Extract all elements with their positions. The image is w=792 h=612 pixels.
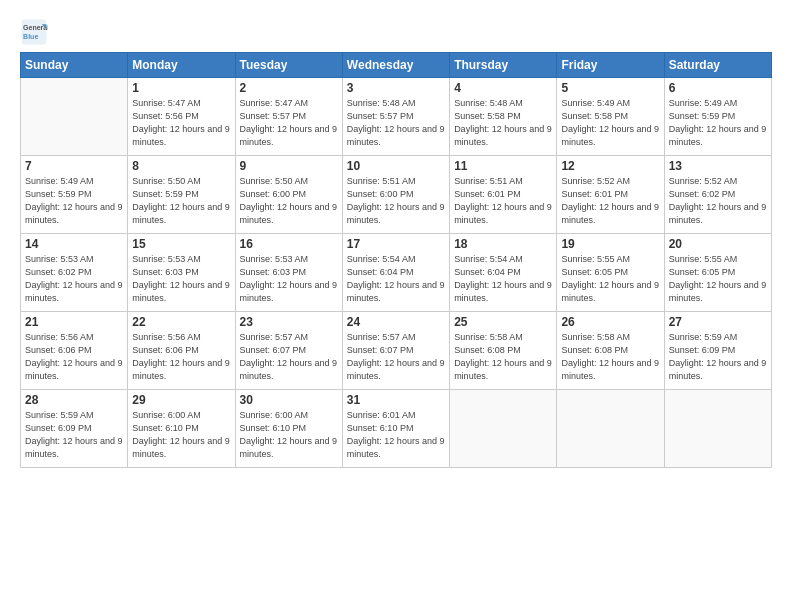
calendar-cell: 26Sunrise: 5:58 AMSunset: 6:08 PMDayligh… [557, 312, 664, 390]
calendar-cell: 15Sunrise: 5:53 AMSunset: 6:03 PMDayligh… [128, 234, 235, 312]
week-row-5: 28Sunrise: 5:59 AMSunset: 6:09 PMDayligh… [21, 390, 772, 468]
day-header-tuesday: Tuesday [235, 53, 342, 78]
day-number: 21 [25, 315, 123, 329]
day-number: 18 [454, 237, 552, 251]
day-info: Sunrise: 5:52 AMSunset: 6:01 PMDaylight:… [561, 175, 659, 227]
day-info: Sunrise: 5:47 AMSunset: 5:56 PMDaylight:… [132, 97, 230, 149]
calendar-cell: 24Sunrise: 5:57 AMSunset: 6:07 PMDayligh… [342, 312, 449, 390]
day-info: Sunrise: 5:53 AMSunset: 6:02 PMDaylight:… [25, 253, 123, 305]
day-number: 27 [669, 315, 767, 329]
day-info: Sunrise: 5:55 AMSunset: 6:05 PMDaylight:… [669, 253, 767, 305]
week-row-2: 7Sunrise: 5:49 AMSunset: 5:59 PMDaylight… [21, 156, 772, 234]
calendar-cell: 25Sunrise: 5:58 AMSunset: 6:08 PMDayligh… [450, 312, 557, 390]
day-info: Sunrise: 6:01 AMSunset: 6:10 PMDaylight:… [347, 409, 445, 461]
day-number: 11 [454, 159, 552, 173]
calendar-cell: 9Sunrise: 5:50 AMSunset: 6:00 PMDaylight… [235, 156, 342, 234]
calendar-cell: 4Sunrise: 5:48 AMSunset: 5:58 PMDaylight… [450, 78, 557, 156]
calendar-cell: 10Sunrise: 5:51 AMSunset: 6:00 PMDayligh… [342, 156, 449, 234]
day-info: Sunrise: 5:57 AMSunset: 6:07 PMDaylight:… [240, 331, 338, 383]
week-row-1: 1Sunrise: 5:47 AMSunset: 5:56 PMDaylight… [21, 78, 772, 156]
day-header-friday: Friday [557, 53, 664, 78]
calendar-cell: 3Sunrise: 5:48 AMSunset: 5:57 PMDaylight… [342, 78, 449, 156]
calendar-cell: 30Sunrise: 6:00 AMSunset: 6:10 PMDayligh… [235, 390, 342, 468]
day-number: 19 [561, 237, 659, 251]
calendar-cell: 21Sunrise: 5:56 AMSunset: 6:06 PMDayligh… [21, 312, 128, 390]
day-info: Sunrise: 5:51 AMSunset: 6:00 PMDaylight:… [347, 175, 445, 227]
day-info: Sunrise: 5:58 AMSunset: 6:08 PMDaylight:… [454, 331, 552, 383]
page: General Blue SundayMondayTuesdayWednesda… [0, 0, 792, 612]
day-number: 26 [561, 315, 659, 329]
day-number: 28 [25, 393, 123, 407]
day-number: 16 [240, 237, 338, 251]
calendar: SundayMondayTuesdayWednesdayThursdayFrid… [20, 52, 772, 468]
day-info: Sunrise: 5:53 AMSunset: 6:03 PMDaylight:… [132, 253, 230, 305]
calendar-cell: 20Sunrise: 5:55 AMSunset: 6:05 PMDayligh… [664, 234, 771, 312]
day-number: 25 [454, 315, 552, 329]
day-info: Sunrise: 5:54 AMSunset: 6:04 PMDaylight:… [347, 253, 445, 305]
day-info: Sunrise: 5:52 AMSunset: 6:02 PMDaylight:… [669, 175, 767, 227]
day-info: Sunrise: 5:56 AMSunset: 6:06 PMDaylight:… [132, 331, 230, 383]
day-header-saturday: Saturday [664, 53, 771, 78]
day-info: Sunrise: 5:57 AMSunset: 6:07 PMDaylight:… [347, 331, 445, 383]
day-number: 5 [561, 81, 659, 95]
calendar-cell: 12Sunrise: 5:52 AMSunset: 6:01 PMDayligh… [557, 156, 664, 234]
day-info: Sunrise: 5:48 AMSunset: 5:57 PMDaylight:… [347, 97, 445, 149]
logo-icon: General Blue [20, 18, 48, 46]
day-number: 29 [132, 393, 230, 407]
day-info: Sunrise: 5:59 AMSunset: 6:09 PMDaylight:… [669, 331, 767, 383]
week-row-4: 21Sunrise: 5:56 AMSunset: 6:06 PMDayligh… [21, 312, 772, 390]
day-number: 14 [25, 237, 123, 251]
calendar-cell: 28Sunrise: 5:59 AMSunset: 6:09 PMDayligh… [21, 390, 128, 468]
svg-rect-0 [22, 20, 47, 45]
calendar-cell: 11Sunrise: 5:51 AMSunset: 6:01 PMDayligh… [450, 156, 557, 234]
calendar-cell: 14Sunrise: 5:53 AMSunset: 6:02 PMDayligh… [21, 234, 128, 312]
day-info: Sunrise: 5:47 AMSunset: 5:57 PMDaylight:… [240, 97, 338, 149]
week-row-3: 14Sunrise: 5:53 AMSunset: 6:02 PMDayligh… [21, 234, 772, 312]
calendar-cell: 17Sunrise: 5:54 AMSunset: 6:04 PMDayligh… [342, 234, 449, 312]
day-info: Sunrise: 5:51 AMSunset: 6:01 PMDaylight:… [454, 175, 552, 227]
day-info: Sunrise: 6:00 AMSunset: 6:10 PMDaylight:… [132, 409, 230, 461]
day-info: Sunrise: 5:56 AMSunset: 6:06 PMDaylight:… [25, 331, 123, 383]
day-number: 4 [454, 81, 552, 95]
day-header-wednesday: Wednesday [342, 53, 449, 78]
day-info: Sunrise: 5:49 AMSunset: 5:59 PMDaylight:… [25, 175, 123, 227]
day-number: 15 [132, 237, 230, 251]
calendar-cell: 19Sunrise: 5:55 AMSunset: 6:05 PMDayligh… [557, 234, 664, 312]
day-info: Sunrise: 5:53 AMSunset: 6:03 PMDaylight:… [240, 253, 338, 305]
logo: General Blue [20, 18, 48, 46]
day-info: Sunrise: 5:55 AMSunset: 6:05 PMDaylight:… [561, 253, 659, 305]
day-info: Sunrise: 5:58 AMSunset: 6:08 PMDaylight:… [561, 331, 659, 383]
calendar-cell: 2Sunrise: 5:47 AMSunset: 5:57 PMDaylight… [235, 78, 342, 156]
day-info: Sunrise: 5:54 AMSunset: 6:04 PMDaylight:… [454, 253, 552, 305]
calendar-cell: 23Sunrise: 5:57 AMSunset: 6:07 PMDayligh… [235, 312, 342, 390]
calendar-cell: 13Sunrise: 5:52 AMSunset: 6:02 PMDayligh… [664, 156, 771, 234]
calendar-cell [557, 390, 664, 468]
day-number: 30 [240, 393, 338, 407]
day-header-thursday: Thursday [450, 53, 557, 78]
calendar-cell: 27Sunrise: 5:59 AMSunset: 6:09 PMDayligh… [664, 312, 771, 390]
calendar-cell [21, 78, 128, 156]
day-number: 7 [25, 159, 123, 173]
day-number: 9 [240, 159, 338, 173]
day-number: 13 [669, 159, 767, 173]
calendar-cell: 5Sunrise: 5:49 AMSunset: 5:58 PMDaylight… [557, 78, 664, 156]
day-info: Sunrise: 5:48 AMSunset: 5:58 PMDaylight:… [454, 97, 552, 149]
day-number: 12 [561, 159, 659, 173]
day-header-monday: Monday [128, 53, 235, 78]
day-info: Sunrise: 5:49 AMSunset: 5:59 PMDaylight:… [669, 97, 767, 149]
calendar-cell: 22Sunrise: 5:56 AMSunset: 6:06 PMDayligh… [128, 312, 235, 390]
day-number: 20 [669, 237, 767, 251]
day-info: Sunrise: 5:50 AMSunset: 5:59 PMDaylight:… [132, 175, 230, 227]
day-header-sunday: Sunday [21, 53, 128, 78]
header: General Blue [20, 18, 772, 46]
calendar-cell [664, 390, 771, 468]
day-number: 17 [347, 237, 445, 251]
day-info: Sunrise: 5:49 AMSunset: 5:58 PMDaylight:… [561, 97, 659, 149]
day-number: 1 [132, 81, 230, 95]
day-number: 10 [347, 159, 445, 173]
day-number: 3 [347, 81, 445, 95]
calendar-cell: 6Sunrise: 5:49 AMSunset: 5:59 PMDaylight… [664, 78, 771, 156]
calendar-cell: 16Sunrise: 5:53 AMSunset: 6:03 PMDayligh… [235, 234, 342, 312]
day-number: 24 [347, 315, 445, 329]
day-info: Sunrise: 5:59 AMSunset: 6:09 PMDaylight:… [25, 409, 123, 461]
